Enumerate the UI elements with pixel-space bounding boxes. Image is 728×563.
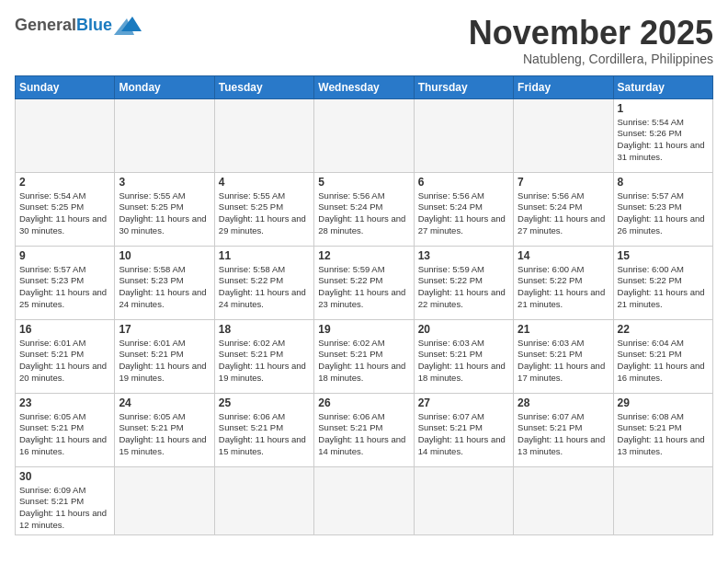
logo-icon bbox=[114, 15, 142, 35]
calendar-day-cell: 6Sunrise: 5:56 AMSunset: 5:24 PMDaylight… bbox=[414, 172, 513, 246]
calendar-day-cell bbox=[214, 466, 313, 534]
weekday-header-tuesday: Tuesday bbox=[214, 75, 313, 98]
calendar-day-cell: 28Sunrise: 6:07 AMSunset: 5:21 PMDayligh… bbox=[514, 393, 613, 466]
calendar-day-cell: 16Sunrise: 6:01 AMSunset: 5:21 PMDayligh… bbox=[16, 319, 115, 393]
calendar-day-cell bbox=[115, 98, 214, 172]
day-info: Sunrise: 6:08 AMSunset: 5:21 PMDaylight:… bbox=[618, 411, 709, 458]
location-text: Natubleng, Cordillera, Philippines bbox=[469, 52, 713, 66]
calendar-day-cell: 20Sunrise: 6:03 AMSunset: 5:21 PMDayligh… bbox=[414, 319, 513, 393]
calendar-day-cell bbox=[613, 466, 712, 534]
day-number: 11 bbox=[219, 249, 310, 262]
weekday-header-row: SundayMondayTuesdayWednesdayThursdayFrid… bbox=[16, 75, 713, 98]
calendar-day-cell: 9Sunrise: 5:57 AMSunset: 5:23 PMDaylight… bbox=[16, 246, 115, 319]
day-number: 15 bbox=[618, 249, 709, 262]
day-info: Sunrise: 5:56 AMSunset: 5:24 PMDaylight:… bbox=[318, 190, 409, 237]
day-info: Sunrise: 6:03 AMSunset: 5:21 PMDaylight:… bbox=[518, 338, 609, 385]
day-info: Sunrise: 6:02 AMSunset: 5:21 PMDaylight:… bbox=[219, 338, 310, 385]
calendar-day-cell: 5Sunrise: 5:56 AMSunset: 5:24 PMDaylight… bbox=[314, 172, 414, 246]
calendar-week-row: 23Sunrise: 6:05 AMSunset: 5:21 PMDayligh… bbox=[16, 393, 713, 466]
calendar-day-cell: 2Sunrise: 5:54 AMSunset: 5:25 PMDaylight… bbox=[16, 172, 115, 246]
day-info: Sunrise: 6:07 AMSunset: 5:21 PMDaylight:… bbox=[418, 411, 509, 458]
day-info: Sunrise: 6:02 AMSunset: 5:21 PMDaylight:… bbox=[318, 338, 409, 385]
day-info: Sunrise: 6:07 AMSunset: 5:21 PMDaylight:… bbox=[518, 411, 609, 458]
day-number: 17 bbox=[119, 323, 210, 336]
calendar-day-cell: 23Sunrise: 6:05 AMSunset: 5:21 PMDayligh… bbox=[16, 393, 115, 466]
calendar-day-cell: 1Sunrise: 5:54 AMSunset: 5:26 PMDaylight… bbox=[613, 98, 712, 172]
day-number: 3 bbox=[119, 176, 210, 189]
month-year-title: November 2025 bbox=[469, 15, 713, 52]
page-header: General Blue November 2025 Natubleng, Co… bbox=[15, 15, 713, 66]
day-info: Sunrise: 5:56 AMSunset: 5:24 PMDaylight:… bbox=[418, 190, 509, 237]
day-info: Sunrise: 5:55 AMSunset: 5:25 PMDaylight:… bbox=[219, 190, 310, 237]
calendar-day-cell bbox=[214, 98, 313, 172]
calendar-day-cell bbox=[414, 466, 513, 534]
day-number: 4 bbox=[219, 176, 310, 189]
day-info: Sunrise: 6:01 AMSunset: 5:21 PMDaylight:… bbox=[19, 338, 110, 385]
calendar-day-cell: 22Sunrise: 6:04 AMSunset: 5:21 PMDayligh… bbox=[613, 319, 712, 393]
day-number: 2 bbox=[19, 176, 110, 189]
day-number: 19 bbox=[318, 323, 409, 336]
calendar-day-cell bbox=[514, 466, 613, 534]
day-info: Sunrise: 6:06 AMSunset: 5:21 PMDaylight:… bbox=[318, 411, 409, 458]
calendar-day-cell: 8Sunrise: 5:57 AMSunset: 5:23 PMDaylight… bbox=[613, 172, 712, 246]
day-info: Sunrise: 6:01 AMSunset: 5:21 PMDaylight:… bbox=[119, 338, 210, 385]
day-info: Sunrise: 5:58 AMSunset: 5:23 PMDaylight:… bbox=[119, 264, 210, 311]
day-number: 21 bbox=[518, 323, 609, 336]
calendar-day-cell bbox=[16, 98, 115, 172]
day-number: 20 bbox=[418, 323, 509, 336]
calendar-table: SundayMondayTuesdayWednesdayThursdayFrid… bbox=[15, 75, 713, 535]
day-info: Sunrise: 6:06 AMSunset: 5:21 PMDaylight:… bbox=[219, 411, 310, 458]
day-number: 29 bbox=[618, 396, 709, 409]
day-info: Sunrise: 5:59 AMSunset: 5:22 PMDaylight:… bbox=[418, 264, 509, 311]
day-info: Sunrise: 5:58 AMSunset: 5:22 PMDaylight:… bbox=[219, 264, 310, 311]
day-number: 12 bbox=[318, 249, 409, 262]
day-number: 10 bbox=[119, 249, 210, 262]
day-info: Sunrise: 5:56 AMSunset: 5:24 PMDaylight:… bbox=[518, 190, 609, 237]
weekday-header-wednesday: Wednesday bbox=[314, 75, 414, 98]
calendar-day-cell: 24Sunrise: 6:05 AMSunset: 5:21 PMDayligh… bbox=[115, 393, 214, 466]
day-number: 24 bbox=[119, 396, 210, 409]
title-block: November 2025 Natubleng, Cordillera, Phi… bbox=[469, 15, 713, 66]
day-info: Sunrise: 6:04 AMSunset: 5:21 PMDaylight:… bbox=[618, 338, 709, 385]
day-info: Sunrise: 6:05 AMSunset: 5:21 PMDaylight:… bbox=[119, 411, 210, 458]
weekday-header-thursday: Thursday bbox=[414, 75, 513, 98]
logo: General Blue bbox=[15, 15, 142, 35]
weekday-header-friday: Friday bbox=[514, 75, 613, 98]
calendar-day-cell bbox=[115, 466, 214, 534]
calendar-day-cell bbox=[314, 98, 414, 172]
day-info: Sunrise: 5:55 AMSunset: 5:25 PMDaylight:… bbox=[119, 190, 210, 237]
weekday-header-saturday: Saturday bbox=[613, 75, 712, 98]
day-number: 22 bbox=[618, 323, 709, 336]
day-number: 14 bbox=[518, 249, 609, 262]
day-number: 30 bbox=[19, 470, 110, 483]
day-info: Sunrise: 5:59 AMSunset: 5:22 PMDaylight:… bbox=[318, 264, 409, 311]
day-info: Sunrise: 6:00 AMSunset: 5:22 PMDaylight:… bbox=[518, 264, 609, 311]
calendar-week-row: 1Sunrise: 5:54 AMSunset: 5:26 PMDaylight… bbox=[16, 98, 713, 172]
day-number: 16 bbox=[19, 323, 110, 336]
day-number: 7 bbox=[518, 176, 609, 189]
day-info: Sunrise: 5:57 AMSunset: 5:23 PMDaylight:… bbox=[618, 190, 709, 237]
day-number: 23 bbox=[19, 396, 110, 409]
logo-blue-text: Blue bbox=[76, 16, 112, 35]
day-info: Sunrise: 5:57 AMSunset: 5:23 PMDaylight:… bbox=[19, 264, 110, 311]
weekday-header-sunday: Sunday bbox=[16, 75, 115, 98]
day-info: Sunrise: 6:03 AMSunset: 5:21 PMDaylight:… bbox=[418, 338, 509, 385]
calendar-day-cell: 15Sunrise: 6:00 AMSunset: 5:22 PMDayligh… bbox=[613, 246, 712, 319]
day-number: 28 bbox=[518, 396, 609, 409]
weekday-header-monday: Monday bbox=[115, 75, 214, 98]
calendar-day-cell: 10Sunrise: 5:58 AMSunset: 5:23 PMDayligh… bbox=[115, 246, 214, 319]
calendar-day-cell: 29Sunrise: 6:08 AMSunset: 5:21 PMDayligh… bbox=[613, 393, 712, 466]
calendar-day-cell: 14Sunrise: 6:00 AMSunset: 5:22 PMDayligh… bbox=[514, 246, 613, 319]
day-info: Sunrise: 5:54 AMSunset: 5:26 PMDaylight:… bbox=[618, 117, 709, 164]
calendar-day-cell: 25Sunrise: 6:06 AMSunset: 5:21 PMDayligh… bbox=[214, 393, 313, 466]
day-number: 1 bbox=[618, 102, 709, 115]
calendar-day-cell: 13Sunrise: 5:59 AMSunset: 5:22 PMDayligh… bbox=[414, 246, 513, 319]
day-number: 25 bbox=[219, 396, 310, 409]
calendar-week-row: 16Sunrise: 6:01 AMSunset: 5:21 PMDayligh… bbox=[16, 319, 713, 393]
day-info: Sunrise: 5:54 AMSunset: 5:25 PMDaylight:… bbox=[19, 190, 110, 237]
calendar-week-row: 2Sunrise: 5:54 AMSunset: 5:25 PMDaylight… bbox=[16, 172, 713, 246]
calendar-day-cell bbox=[514, 98, 613, 172]
day-number: 6 bbox=[418, 176, 509, 189]
calendar-day-cell: 3Sunrise: 5:55 AMSunset: 5:25 PMDaylight… bbox=[115, 172, 214, 246]
day-number: 8 bbox=[618, 176, 709, 189]
